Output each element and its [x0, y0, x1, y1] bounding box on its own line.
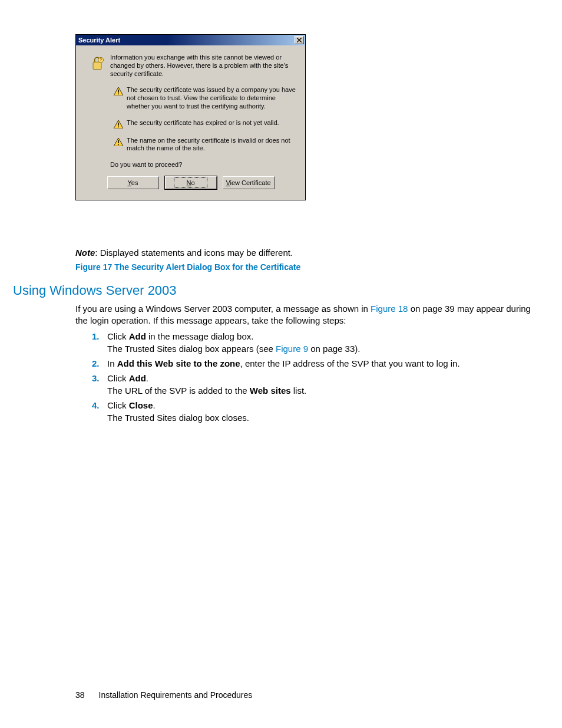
note-label: Note — [75, 248, 95, 258]
dialog-body: ? Information you exchange with this sit… — [76, 45, 305, 200]
dialog-main-text: Information you exchange with this site … — [110, 54, 297, 78]
security-alert-dialog: Security Alert ? Information you exchang… — [75, 34, 306, 200]
warning-icon — [114, 87, 123, 95]
svg-rect-7 — [118, 140, 119, 143]
dialog-warning-3: The name on the security certificate is … — [127, 137, 297, 153]
view-certificate-button[interactable]: View Certificate — [223, 176, 275, 189]
dialog-question: Do you want to proceed? — [110, 161, 297, 168]
page-footer: 38 Installation Requirements and Procedu… — [75, 690, 252, 700]
step-4: 4. Click Close. The Trusted Sites dialog… — [92, 399, 540, 424]
page-number: 38 — [75, 690, 85, 700]
warning-icon — [114, 138, 123, 146]
warning-icon — [114, 120, 123, 129]
close-button[interactable] — [295, 36, 304, 44]
steps-list: 1. Click Add in the message dialog box. … — [92, 330, 540, 426]
no-button[interactable]: No — [165, 176, 217, 189]
dialog-titlebar: Security Alert — [76, 35, 305, 45]
dialog-warning-1: The security certificate was issued by a… — [127, 86, 297, 110]
close-icon — [297, 37, 302, 44]
svg-rect-3 — [118, 90, 119, 93]
lock-icon: ? — [89, 55, 105, 73]
intro-paragraph: If you are using a Windows Server 2003 c… — [75, 303, 541, 327]
dialog-title: Security Alert — [78, 37, 295, 44]
yes-label: es — [131, 179, 138, 186]
step-3: 3. Click Add. The URL of the SVP is adde… — [92, 372, 540, 397]
section-heading: Using Windows Server 2003 — [13, 283, 177, 298]
step-2: 2. In Add this Web site to the zone, ent… — [92, 357, 540, 370]
view-label: iew Certificate — [230, 179, 271, 186]
svg-text:?: ? — [100, 58, 102, 62]
step-1: 1. Click Add in the message dialog box. … — [92, 330, 540, 355]
no-label: o — [191, 179, 194, 186]
svg-rect-8 — [118, 144, 119, 145]
figure-9-link[interactable]: Figure 9 — [276, 344, 308, 354]
figure-18-link[interactable]: Figure 18 — [371, 304, 408, 314]
dialog-button-row: Yes No View Certificate — [84, 176, 297, 189]
note-line: Note: Displayed statements and icons may… — [75, 248, 535, 258]
figure-caption: Figure 17 The Security Alert Dialog Box … — [75, 262, 535, 272]
note-text: : Displayed statements and icons may be … — [95, 248, 293, 258]
yes-button[interactable]: Yes — [107, 176, 159, 189]
dialog-warning-2: The security certificate has expired or … — [127, 119, 297, 127]
svg-rect-6 — [118, 126, 119, 127]
svg-rect-0 — [93, 62, 101, 69]
footer-title: Installation Requirements and Procedures — [99, 690, 253, 700]
svg-rect-4 — [118, 94, 119, 95]
svg-rect-5 — [118, 123, 119, 126]
